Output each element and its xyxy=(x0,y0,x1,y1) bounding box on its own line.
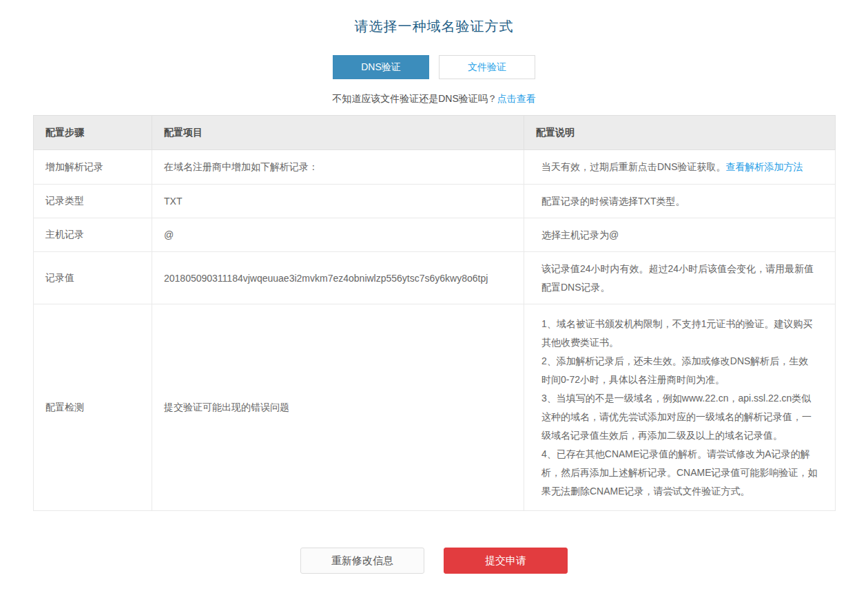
view-dns-howto-link[interactable]: 查看解析添加方法 xyxy=(726,161,803,172)
error-notes: 1、域名被证书颁发机构限制，不支持1元证书的验证。建议购买其他收费类证书。 2、… xyxy=(524,304,836,511)
table-row: 增加解析记录 在域名注册商中增加如下解析记录： 当天有效，过期后重新点击DNS验… xyxy=(34,150,836,185)
verification-hint: 不知道应该文件验证还是DNS验证吗？点击查看 xyxy=(0,93,868,105)
row-item-value: 在域名注册商中增加如下解析记录： xyxy=(152,150,524,185)
row-item-value: TXT xyxy=(152,185,524,218)
row-desc-text: 当天有效，过期后重新点击DNS验证获取。 xyxy=(541,161,726,172)
submit-application-button[interactable]: 提交申请 xyxy=(444,548,568,574)
column-header-item: 配置项目 xyxy=(152,116,524,150)
row-item-value: 提交验证可能出现的错误问题 xyxy=(152,304,524,511)
hint-view-link[interactable]: 点击查看 xyxy=(497,93,536,104)
tab-dns-verification[interactable]: DNS验证 xyxy=(333,55,429,79)
tab-file-verification[interactable]: 文件验证 xyxy=(439,55,535,79)
domain-verification-page: 请选择一种域名验证方式 DNS验证 文件验证 不知道应该文件验证还是DNS验证吗… xyxy=(0,0,868,593)
table-row: 主机记录 @ 选择主机记录为@ xyxy=(34,218,836,252)
error-note-2: 2、添加解析记录后，还未生效。添加或修改DNS解析后，生效时间0-72小时，具体… xyxy=(541,352,818,389)
row-desc-text: 配置记录的时候请选择TXT类型。 xyxy=(541,196,685,207)
column-header-step: 配置步骤 xyxy=(34,116,152,150)
footer-actions: 重新修改信息 提交申请 xyxy=(0,548,868,592)
table-row: 记录类型 TXT 配置记录的时候请选择TXT类型。 xyxy=(34,185,836,218)
row-step-label: 主机记录 xyxy=(34,218,152,252)
error-note-3: 3、当填写的不是一级域名，例如www.22.cn，api.ssl.22.cn类似… xyxy=(541,389,818,445)
row-step-label: 记录值 xyxy=(34,252,152,304)
modify-info-button[interactable]: 重新修改信息 xyxy=(300,548,424,574)
verification-method-tabs: DNS验证 文件验证 xyxy=(0,55,868,79)
table-row: 记录值 201805090311184vjwqeuuae3i2mvkm7ez4o… xyxy=(34,252,836,304)
row-desc: 选择主机记录为@ xyxy=(524,218,836,252)
row-item-value: @ xyxy=(152,218,524,252)
error-note-4: 4、已存在其他CNAME记录值的解析。请尝试修改为A记录的解析，然后再添加上述解… xyxy=(541,445,818,501)
row-desc-text: 该记录值24小时内有效。超过24小时后该值会变化，请用最新值配置DNS记录。 xyxy=(541,263,814,293)
hint-text: 不知道应该文件验证还是DNS验证吗？ xyxy=(332,93,497,104)
dns-config-table: 配置步骤 配置项目 配置说明 增加解析记录 在域名注册商中增加如下解析记录： 当… xyxy=(33,115,836,511)
column-header-desc: 配置说明 xyxy=(524,116,836,150)
error-note-1: 1、域名被证书颁发机构限制，不支持1元证书的验证。建议购买其他收费类证书。 xyxy=(541,315,818,352)
table-header-row: 配置步骤 配置项目 配置说明 xyxy=(34,116,836,150)
row-desc: 配置记录的时候请选择TXT类型。 xyxy=(524,185,836,218)
row-desc-text: 选择主机记录为@ xyxy=(541,229,619,240)
row-step-label: 配置检测 xyxy=(34,304,152,511)
page-title: 请选择一种域名验证方式 xyxy=(0,17,868,36)
row-step-label: 增加解析记录 xyxy=(34,150,152,185)
txt-record-value: 201805090311184vjwqeuuae3i2mvkm7ez4obniw… xyxy=(152,252,524,304)
row-desc: 该记录值24小时内有效。超过24小时后该值会变化，请用最新值配置DNS记录。 xyxy=(524,252,836,304)
table-row: 配置检测 提交验证可能出现的错误问题 1、域名被证书颁发机构限制，不支持1元证书… xyxy=(34,304,836,511)
row-step-label: 记录类型 xyxy=(34,185,152,218)
row-desc: 当天有效，过期后重新点击DNS验证获取。查看解析添加方法 xyxy=(524,150,836,185)
